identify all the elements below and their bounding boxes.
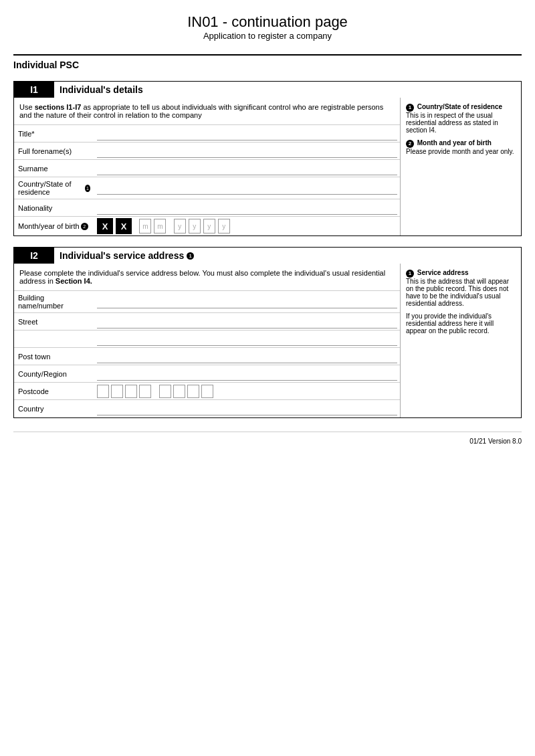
sidebar-note-service-text-2: If you provide the individual's resident… [406, 312, 516, 335]
section-i2-body: Please complete the individual's service… [14, 264, 521, 417]
section-i2-main: Please complete the individual's service… [14, 264, 401, 417]
nationality-row: Nationality [14, 199, 400, 217]
section-i2: I2 Individual's service address 1 Please… [13, 247, 522, 418]
building-row: Building name/number [14, 291, 400, 313]
street-label-2 [14, 330, 94, 347]
country-state-row: Country/State of residence1 [14, 177, 400, 199]
dob-y4: y [218, 219, 230, 233]
title-input-area [94, 125, 400, 142]
section-i1-body: Use sections I1-I7 as appropriate to tel… [14, 98, 521, 235]
intro-bold: sections I1-I7 [35, 103, 82, 111]
section-i2-number: I2 [14, 248, 54, 264]
page-subtitle: Application to register a company [13, 31, 522, 41]
surname-row: Surname [14, 160, 400, 177]
section-i2-heading: Individual's service address 1 [54, 248, 521, 264]
postcode-box-4[interactable] [139, 385, 151, 398]
street-row-2 [14, 330, 400, 348]
note1-circle: 1 [406, 104, 414, 112]
surname-input[interactable] [97, 162, 397, 175]
title-row: Title* [14, 125, 400, 143]
dob-boxes: X X m m y y y y [97, 218, 230, 234]
post-town-row: Post town [14, 348, 400, 365]
post-town-input[interactable] [97, 350, 397, 363]
country-input[interactable] [97, 402, 397, 415]
forename-row: Full forename(s) [14, 143, 400, 160]
dob-m1: m [139, 219, 151, 233]
sidebar-note-dob-title: 2 Month and year of birth [406, 139, 516, 148]
sidebar-note-dob: 2 Month and year of birth Please provide… [406, 139, 516, 155]
postcode-box-2[interactable] [111, 385, 123, 398]
post-town-input-area [94, 348, 400, 365]
title-label: Title* [14, 125, 94, 142]
postcode-box-8[interactable] [201, 385, 213, 398]
section-i4-bold: Section I4. [56, 277, 92, 285]
postcode-box-7[interactable] [187, 385, 199, 398]
county-row: County/Region [14, 365, 400, 383]
sidebar-note-service-title: 1 Service address [406, 269, 516, 278]
country-input-area [94, 400, 400, 417]
building-input[interactable] [97, 295, 397, 308]
sidebar-note-dob-text: Please provide month and year only. [406, 148, 516, 155]
section-i1: I1 Individual's details Use sections I1-… [13, 81, 522, 236]
postcode-boxes [97, 385, 213, 398]
postcode-box-6[interactable] [173, 385, 185, 398]
country-state-label: Country/State of residence1 [14, 177, 94, 199]
postcode-input-area [94, 383, 400, 399]
building-label: Building name/number [14, 291, 94, 312]
sidebar-note-country-text: This is in respect of the usual resident… [406, 112, 516, 134]
dob-note-icon: 2 [81, 223, 88, 230]
county-input[interactable] [97, 367, 397, 381]
service-address-note-icon: 1 [187, 252, 194, 260]
dob-y2: y [189, 219, 201, 233]
dob-x-box-1: X [97, 218, 113, 234]
forename-input[interactable] [97, 145, 397, 158]
section-i2-sidebar: 1 Service address This is the address th… [401, 264, 521, 417]
country-state-input[interactable] [97, 181, 397, 195]
postcode-box-1[interactable] [97, 385, 109, 398]
dob-row: Month/year of birth 2 X X m m y y y [14, 217, 400, 235]
postcode-box-5[interactable] [159, 385, 171, 398]
page-header: IN01 - continuation page Application to … [13, 13, 522, 41]
street-row: Street [14, 313, 400, 330]
street-input[interactable] [97, 315, 397, 328]
section-i1-intro: Use sections I1-I7 as appropriate to tel… [14, 98, 400, 125]
dob-label: Month/year of birth 2 [14, 217, 94, 235]
version-text: 01/21 Version 8.0 [469, 438, 522, 445]
surname-label: Surname [14, 160, 94, 177]
postcode-row: Postcode [14, 383, 400, 400]
country-state-note-icon: 1 [85, 185, 90, 192]
service-note-circle: 1 [406, 270, 414, 278]
individual-psc-title: Individual PSC [13, 54, 522, 74]
section-i1-sidebar: 1 Country/State of residence This is in … [401, 98, 521, 235]
street-input-2[interactable] [97, 333, 397, 346]
sidebar-note-country: 1 Country/State of residence This is in … [406, 103, 516, 134]
nationality-label: Nationality [14, 199, 94, 216]
page-footer: 01/21 Version 8.0 [13, 432, 522, 450]
street-label: Street [14, 313, 94, 330]
postcode-box-3[interactable] [125, 385, 137, 398]
section-i1-main: Use sections I1-I7 as appropriate to tel… [14, 98, 401, 235]
dob-x-box-2: X [116, 218, 132, 234]
dob-m2: m [154, 219, 166, 233]
nationality-input-area [94, 199, 400, 216]
forename-label: Full forename(s) [14, 143, 94, 159]
sidebar-note-service-text: This is the address that will appear on … [406, 278, 516, 307]
postcode-label: Postcode [14, 383, 94, 399]
sidebar-note-service-2: If you provide the individual's resident… [406, 312, 516, 335]
county-label: County/Region [14, 365, 94, 382]
country-row: Country [14, 400, 400, 417]
section-i2-header: I2 Individual's service address 1 [14, 248, 521, 264]
forename-input-area [94, 143, 400, 159]
surname-input-area [94, 160, 400, 177]
nationality-input[interactable] [97, 201, 397, 215]
page-title: IN01 - continuation page [13, 13, 522, 31]
section-i1-heading: Individual's details [54, 82, 521, 98]
dob-input-area: X X m m y y y y [94, 217, 400, 235]
sidebar-note-country-title: 1 Country/State of residence [406, 103, 516, 112]
building-input-area [94, 291, 400, 312]
title-input[interactable] [97, 127, 397, 140]
section-i2-intro: Please complete the individual's service… [14, 264, 400, 291]
dob-y1: y [174, 219, 186, 233]
note2-circle: 2 [406, 140, 414, 148]
section-i1-header: I1 Individual's details [14, 82, 521, 98]
